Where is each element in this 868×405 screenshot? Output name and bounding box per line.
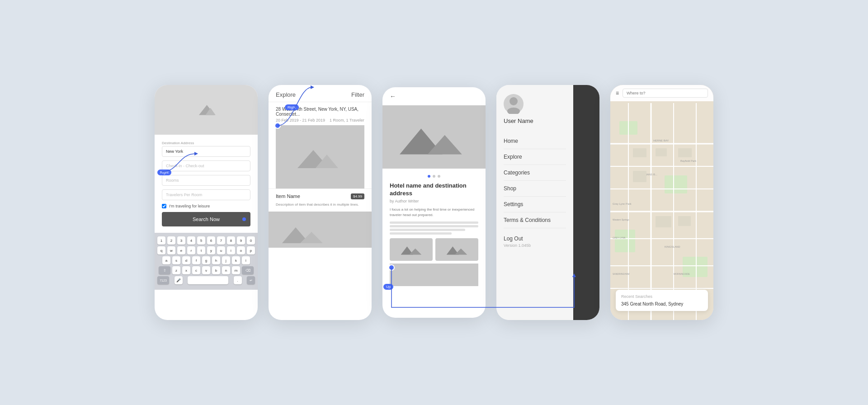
item-name: Item Name bbox=[276, 193, 300, 199]
map-background: HERNE BAY Bayfield Park FREEMANS B... Gr… bbox=[610, 85, 713, 320]
key-d[interactable]: d bbox=[182, 256, 190, 264]
key-4[interactable]: 4 bbox=[187, 236, 195, 245]
thumbnail-row bbox=[390, 238, 478, 261]
key-5[interactable]: 5 bbox=[197, 236, 205, 245]
leisure-checkbox[interactable] bbox=[162, 204, 166, 208]
svg-rect-48 bbox=[678, 148, 692, 157]
key-shift[interactable]: ⇧ bbox=[159, 266, 170, 274]
key-period[interactable]: . bbox=[234, 276, 242, 284]
search-button[interactable]: Search Now bbox=[162, 212, 250, 226]
svg-text:Grey Lynn Park: Grey Lynn Park bbox=[613, 202, 632, 205]
key-l[interactable]: l bbox=[242, 256, 250, 264]
key-w[interactable]: w bbox=[167, 246, 175, 254]
key-6[interactable]: 6 bbox=[207, 236, 215, 245]
key-r[interactable]: r bbox=[187, 246, 195, 254]
key-h[interactable]: h bbox=[212, 256, 220, 264]
svg-text:HERNE BAY: HERNE BAY bbox=[653, 139, 669, 142]
key-y[interactable]: y bbox=[207, 246, 215, 254]
key-x[interactable]: x bbox=[182, 266, 190, 274]
menu-item-explore[interactable]: Explore bbox=[504, 149, 566, 165]
key-3[interactable]: 3 bbox=[177, 236, 185, 245]
screen-side-menu: User Name Home Explore Categories Shop S… bbox=[496, 85, 599, 320]
logout-text[interactable]: Log Out bbox=[504, 235, 566, 242]
hotel-name: Hotel name and destination address bbox=[390, 182, 478, 198]
key-1[interactable]: 1 bbox=[157, 236, 165, 245]
thumbnail-2 bbox=[435, 238, 478, 261]
listing-item-header: Item Name $4.99 bbox=[276, 193, 364, 199]
checkin-input[interactable] bbox=[162, 160, 250, 171]
listing-meta: 20 Feb 2019 - 21 Feb 2019 1 Room, 1 Trav… bbox=[276, 118, 364, 122]
key-return[interactable]: ↵ bbox=[247, 276, 255, 284]
recent-address-item[interactable]: 345 Great North Road, Sydney bbox=[621, 301, 703, 306]
key-mic[interactable]: 🎤 bbox=[175, 276, 183, 284]
hamburger-icon[interactable]: ≡ bbox=[616, 90, 619, 96]
rooms-input[interactable] bbox=[162, 175, 250, 186]
connector-dot-1 bbox=[274, 123, 280, 128]
where-input[interactable] bbox=[623, 89, 708, 98]
key-b[interactable]: b bbox=[212, 266, 220, 274]
connector-badge-right-1: Right bbox=[157, 170, 171, 175]
key-9[interactable]: 9 bbox=[237, 236, 245, 245]
key-2[interactable]: 2 bbox=[167, 236, 175, 245]
destination-field: Destination Address bbox=[162, 141, 250, 157]
checkin-field bbox=[162, 160, 250, 171]
key-m[interactable]: m bbox=[232, 266, 240, 274]
menu-item-settings[interactable]: Settings bbox=[504, 197, 566, 212]
menu-item-categories[interactable]: Categories bbox=[504, 165, 566, 181]
svg-rect-46 bbox=[656, 148, 667, 156]
key-c[interactable]: c bbox=[192, 266, 200, 274]
menu-content: User Name Home Explore Categories Shop S… bbox=[496, 85, 573, 320]
svg-text:SANDRINGHAM: SANDRINGHAM bbox=[613, 273, 630, 275]
hotel-description: I focus a lot on helping the first time … bbox=[390, 207, 478, 218]
menu-item-terms[interactable]: Terms & Conditions bbox=[504, 212, 566, 228]
back-button[interactable]: ← bbox=[382, 87, 486, 105]
hotel-hero-image bbox=[382, 105, 486, 169]
destination-input[interactable] bbox=[162, 146, 250, 157]
svg-rect-23 bbox=[615, 230, 635, 252]
thumbnail-1 bbox=[390, 238, 433, 261]
key-z[interactable]: z bbox=[172, 266, 180, 274]
key-0[interactable]: 0 bbox=[247, 236, 255, 245]
mountain-icon bbox=[190, 100, 222, 120]
menu-item-shop[interactable]: Shop bbox=[504, 181, 566, 197]
key-backspace[interactable]: ⌫ bbox=[242, 266, 254, 274]
travelers-input[interactable] bbox=[162, 189, 250, 200]
key-q[interactable]: q bbox=[157, 246, 165, 254]
svg-text:Western Springs: Western Springs bbox=[613, 218, 629, 221]
key-f[interactable]: f bbox=[192, 256, 200, 264]
svg-text:KINGSLAND: KINGSLAND bbox=[665, 245, 680, 248]
price-badge: $4.99 bbox=[351, 193, 364, 199]
key-p[interactable]: p bbox=[247, 246, 255, 254]
key-u[interactable]: u bbox=[217, 246, 225, 254]
text-line-1 bbox=[390, 221, 478, 224]
listing-header: 28 West 34th Street, New York, NY, USA, … bbox=[269, 102, 372, 125]
item-description: Description of item that describes it in… bbox=[276, 202, 364, 207]
key-i[interactable]: i bbox=[227, 246, 235, 254]
key-s[interactable]: s bbox=[172, 256, 180, 264]
key-j[interactable]: j bbox=[222, 256, 230, 264]
key-v[interactable]: v bbox=[202, 266, 210, 274]
key-t[interactable]: t bbox=[197, 246, 205, 254]
svg-rect-49 bbox=[656, 216, 671, 227]
key-7[interactable]: 7 bbox=[217, 236, 225, 245]
listing-bottom-image bbox=[269, 212, 372, 248]
listing-item[interactable]: Item Name $4.99 Description of item that… bbox=[269, 188, 372, 212]
key-space[interactable] bbox=[188, 276, 228, 284]
filter-button[interactable]: Filter bbox=[351, 91, 364, 98]
key-num[interactable]: 7123 bbox=[157, 276, 169, 284]
key-k[interactable]: k bbox=[232, 256, 240, 264]
listing-main-image bbox=[276, 125, 364, 188]
menu-item-home[interactable]: Home bbox=[504, 133, 566, 149]
keyboard-row-q: q w e r t y u i o p bbox=[157, 246, 255, 254]
dot-inactive-1 bbox=[433, 175, 435, 178]
key-o[interactable]: o bbox=[237, 246, 245, 254]
key-8[interactable]: 8 bbox=[227, 236, 235, 245]
version-text: Version 1.045b bbox=[504, 243, 566, 248]
svg-marker-17 bbox=[455, 248, 467, 254]
key-a[interactable]: a bbox=[162, 256, 170, 264]
key-g[interactable]: g bbox=[202, 256, 210, 264]
hero-image bbox=[155, 85, 258, 135]
travelers-field bbox=[162, 189, 250, 200]
key-e[interactable]: e bbox=[177, 246, 185, 254]
key-n[interactable]: n bbox=[222, 266, 230, 274]
